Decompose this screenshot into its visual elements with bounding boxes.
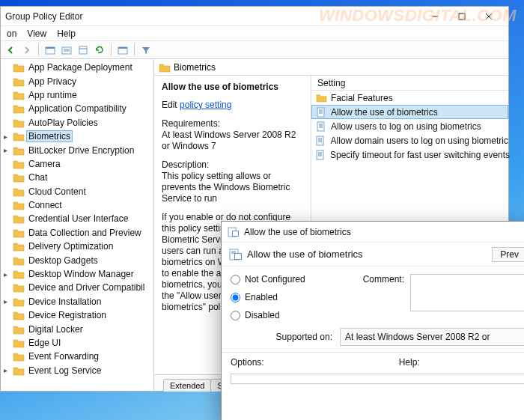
menu-item[interactable]: Help: [57, 28, 76, 39]
tree-item[interactable]: ▸App runtime: [1, 88, 153, 102]
tree-item[interactable]: ▸Delivery Optimization: [1, 240, 153, 253]
tree-item-label: Camera: [27, 159, 62, 169]
list-header[interactable]: Setting: [311, 76, 508, 91]
tree-item[interactable]: ▸Edge UI: [1, 336, 153, 350]
tree-item-label: App Package Deployment: [27, 62, 134, 73]
policy-dialog: Allow the use of biometrics Allow the us…: [221, 221, 524, 420]
nav-tree[interactable]: ▸App Package Deployment▸App Privacy▸App …: [1, 59, 154, 391]
list-item[interactable]: Allow domain users to log on using biome…: [311, 133, 508, 147]
prev-button[interactable]: Prev: [492, 247, 524, 262]
tree-item[interactable]: ▸Chat: [1, 171, 153, 184]
list-item[interactable]: Facial Features: [311, 91, 508, 105]
options-box[interactable]: [231, 374, 524, 384]
chevron-right-icon: ▸: [4, 133, 13, 141]
list-item[interactable]: Specify timeout for fast user switching …: [311, 147, 508, 162]
options-label: Options:: [231, 357, 264, 368]
dialog-title: Allow the use of biometrics: [244, 227, 351, 237]
tree-item-label: App Privacy: [27, 76, 78, 87]
tree-item[interactable]: ▸AutoPlay Policies: [1, 116, 153, 130]
tree-item[interactable]: ▸Device and Driver Compatibil: [1, 281, 153, 294]
tree-item-label: Digital Locker: [27, 324, 85, 335]
tree-item-label: Credential User Interface: [27, 213, 130, 224]
tree-item[interactable]: ▸Desktop Window Manager: [1, 267, 153, 281]
tree-item-label: Desktop Gadgets: [27, 255, 100, 266]
toolbar: [1, 41, 508, 59]
menu-item[interactable]: View: [27, 28, 46, 39]
tree-item-label: Event Log Service: [27, 365, 103, 376]
radio-not-configured[interactable]: Not Configured: [231, 274, 326, 284]
toolbar-icon[interactable]: [116, 43, 130, 57]
tree-item[interactable]: ▸App Package Deployment: [1, 61, 153, 74]
svg-rect-36: [235, 254, 241, 259]
tree-item[interactable]: ▸Desktop Gadgets: [1, 253, 153, 267]
tree-item-label: AutoPlay Policies: [27, 118, 100, 128]
filter-icon[interactable]: [139, 43, 153, 57]
tree-item-label: Data Collection and Preview: [27, 228, 143, 238]
toolbar-icon[interactable]: [43, 43, 57, 57]
toolbar-icon[interactable]: [60, 43, 73, 57]
list-item-label: Allow the use of biometrics: [331, 107, 438, 118]
svg-rect-21: [317, 136, 323, 145]
tree-item[interactable]: ▸Event Log Service: [1, 364, 153, 377]
comment-input[interactable]: [410, 274, 524, 311]
tree-item[interactable]: ▸Application Compatibility: [1, 102, 153, 115]
policy-icon: [228, 227, 240, 237]
tree-item[interactable]: ▸Digital Locker: [1, 322, 153, 335]
tree-item[interactable]: ▸Device Registration: [1, 308, 153, 322]
svg-rect-5: [46, 47, 55, 49]
comment-label: Comment:: [337, 274, 404, 311]
toolbar-icon[interactable]: [76, 43, 90, 57]
svg-rect-12: [118, 47, 127, 49]
tab-extended[interactable]: Extended: [163, 379, 211, 392]
forward-icon[interactable]: [20, 43, 34, 57]
folder-icon: [316, 92, 327, 103]
supported-label: Supported on:: [231, 332, 332, 342]
tree-item[interactable]: ▸App Privacy: [1, 74, 153, 88]
tree-item[interactable]: ▸Biometrics: [1, 130, 153, 143]
list-item-label: Specify timeout for fast user switching …: [330, 150, 510, 160]
tree-item[interactable]: ▸BitLocker Drive Encryption: [1, 143, 153, 156]
tree-item-label: Device Registration: [27, 310, 108, 320]
tree-item-label: Event Forwarding: [27, 351, 100, 362]
menu-item[interactable]: on: [7, 28, 16, 39]
help-title: Allow the use of biometrics: [162, 82, 303, 92]
tree-item[interactable]: ▸Device Installation: [1, 295, 153, 308]
policy-icon: [316, 106, 327, 118]
pane-header: Biometrics: [154, 59, 508, 76]
tree-item-label: Chat: [27, 172, 49, 183]
tree-item[interactable]: ▸Cloud Content: [1, 185, 153, 198]
list-item[interactable]: Allow the use of biometrics: [311, 105, 508, 119]
radio-enabled[interactable]: Enabled: [231, 292, 326, 302]
tree-item[interactable]: ▸Camera: [1, 157, 153, 171]
back-icon[interactable]: [4, 43, 17, 57]
pane-header-label: Biometrics: [174, 62, 216, 73]
tree-item-label: Desktop Window Manager: [27, 269, 135, 279]
policy-icon: [316, 149, 326, 160]
tree-item-label: Application Compatibility: [27, 103, 128, 114]
svg-rect-13: [317, 108, 324, 117]
policy-icon: [316, 121, 327, 132]
edit-policy-link[interactable]: policy setting: [180, 100, 231, 110]
tree-item[interactable]: ▸Data Collection and Preview: [1, 226, 153, 240]
tree-item-label: Connect: [27, 200, 64, 210]
tree-item[interactable]: ▸Credential User Interface: [1, 212, 153, 225]
list-item-label: Allow domain users to log on using biome…: [331, 136, 508, 146]
policy-icon: [229, 249, 243, 261]
folder-icon: [159, 62, 171, 73]
state-radios: Not Configured Enabled Disabled: [231, 274, 326, 320]
tree-item[interactable]: ▸Connect: [1, 198, 153, 212]
list-item-label: Allow users to log on using biometrics: [331, 121, 481, 132]
tree-item-label: Biometrics: [27, 131, 72, 141]
refresh-icon[interactable]: [93, 43, 106, 57]
chevron-right-icon: ▸: [4, 297, 13, 305]
tree-item[interactable]: ▸Event Forwarding: [1, 350, 153, 363]
dialog-header: Allow the use of biometrics Prev: [222, 243, 524, 267]
list-item-label: Facial Features: [331, 93, 393, 103]
dialog-titlebar: Allow the use of biometrics: [222, 222, 524, 243]
chevron-right-icon: ▸: [4, 270, 13, 279]
svg-rect-25: [317, 150, 323, 159]
dialog-heading: Allow the use of biometrics: [247, 249, 363, 260]
radio-disabled[interactable]: Disabled: [231, 310, 326, 320]
tree-item-label: App runtime: [27, 90, 79, 100]
list-item[interactable]: Allow users to log on using biometrics: [311, 119, 508, 133]
